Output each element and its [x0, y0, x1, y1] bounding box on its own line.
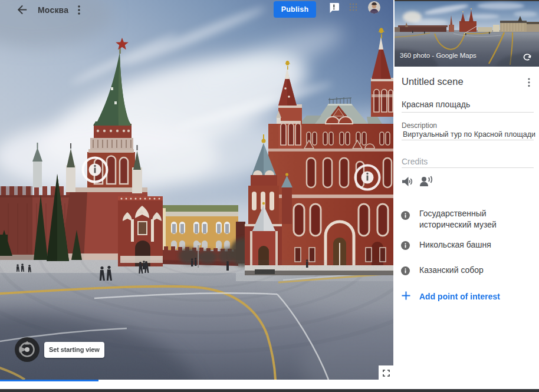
svg-text:360 photo - Google Maps: 360 photo - Google Maps [400, 52, 476, 59]
